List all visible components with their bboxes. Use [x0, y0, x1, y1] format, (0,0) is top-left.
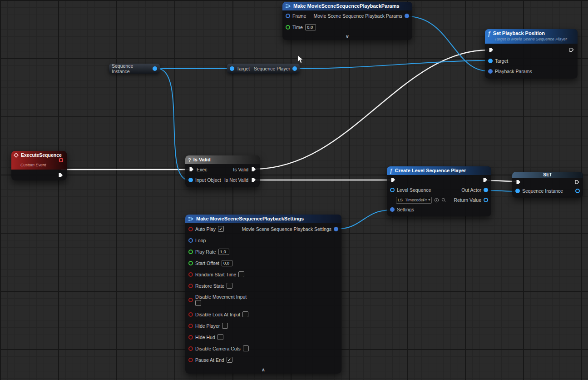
- pin-pause-at-end[interactable]: Pause At End ✓: [188, 357, 232, 363]
- pin-hide-hud[interactable]: Hide Hud: [188, 334, 223, 340]
- node-header[interactable]: ? Is Valid: [185, 155, 260, 164]
- bool-pin-icon[interactable]: [188, 346, 193, 351]
- pin-playback-params-out[interactable]: Movie Scene Sequence Playback Params: [313, 13, 409, 19]
- bool-pin-icon[interactable]: [188, 272, 193, 277]
- pin-exec-in[interactable]: Exec: [188, 166, 207, 172]
- exec-out-pin[interactable]: [482, 177, 488, 183]
- struct-pin-icon[interactable]: [405, 14, 409, 18]
- object-pin-icon[interactable]: [515, 189, 520, 193]
- expand-node-row[interactable]: ∨: [282, 33, 412, 40]
- object-pin-icon[interactable]: [292, 66, 297, 71]
- pin-play-rate[interactable]: Play Rate 1,0: [188, 249, 229, 255]
- collapse-node-row[interactable]: ∧: [185, 365, 341, 374]
- pin-out-actor[interactable]: Out Actor: [461, 187, 488, 193]
- pin-random-start-time[interactable]: Random Start Time: [188, 271, 244, 277]
- bool-pin-icon[interactable]: [188, 298, 193, 302]
- pin-sequence-player-out[interactable]: Sequence Player: [254, 66, 297, 71]
- output-delegate-pin[interactable]: [59, 158, 63, 162]
- struct-pin-icon[interactable]: [334, 227, 338, 231]
- node-header[interactable]: SET: [512, 172, 583, 178]
- pin-auto-play[interactable]: Auto Play ✓: [188, 226, 224, 232]
- bool-pin-icon[interactable]: [188, 312, 193, 317]
- pin-restore-state[interactable]: Restore State: [188, 283, 232, 289]
- random-start-time-checkbox[interactable]: [238, 271, 244, 277]
- node-make-movie-scene-sequence-playback-settings[interactable]: Make MovieSceneSequencePlaybackSettings …: [185, 215, 341, 374]
- chevron-down-icon[interactable]: ∨: [346, 34, 350, 39]
- disable-look-at-input-checkbox[interactable]: [242, 311, 248, 317]
- pin-disable-camera-cuts[interactable]: Disable Camera Cuts: [188, 345, 249, 351]
- bool-pin-icon[interactable]: [188, 358, 193, 362]
- use-selected-asset-icon[interactable]: [434, 198, 439, 203]
- pin-level-sequence[interactable]: Level Sequence: [390, 187, 431, 193]
- level-sequence-asset-picker[interactable]: LS_TimecodePr ▾: [396, 197, 446, 204]
- browse-asset-icon[interactable]: [441, 198, 446, 203]
- pin-settings[interactable]: Settings: [390, 207, 414, 212]
- node-header[interactable]: ƒ Set Playback Position Target is Movie …: [485, 29, 578, 44]
- object-pin-icon[interactable]: [488, 59, 493, 63]
- struct-pin-icon[interactable]: [286, 14, 290, 18]
- object-pin-icon[interactable]: [484, 188, 488, 192]
- exec-out-pin[interactable]: [568, 47, 574, 53]
- node-get-sequence-player[interactable]: Target Sequence Player: [227, 64, 300, 74]
- struct-pin-icon[interactable]: [390, 207, 395, 212]
- wire-data-sequence-instance-to-input-object[interactable]: [158, 69, 189, 180]
- pin-hide-player[interactable]: Hide Player: [188, 323, 228, 329]
- restore-state-checkbox[interactable]: [227, 283, 232, 289]
- object-pin-icon[interactable]: [188, 178, 193, 182]
- float-pin-icon[interactable]: [188, 261, 193, 265]
- pin-sequence-instance[interactable]: Sequence Instance: [515, 188, 563, 194]
- node-header[interactable]: ExecuteSequence Custom Event: [11, 151, 67, 170]
- pin-input-object[interactable]: Input Object: [188, 177, 221, 183]
- auto-play-checkbox[interactable]: ✓: [218, 226, 224, 232]
- pin-loop[interactable]: Loop: [188, 238, 206, 243]
- node-set-sequence-instance[interactable]: SET Sequence Instance: [512, 172, 583, 198]
- bool-pin-icon[interactable]: [188, 335, 193, 340]
- hide-player-checkbox[interactable]: [222, 323, 228, 329]
- pin-disable-look-at-input[interactable]: Disable Look At Input: [188, 311, 248, 317]
- node-make-movie-scene-sequence-playback-params[interactable]: Make MovieSceneSequencePlaybackParams Fr…: [282, 2, 412, 40]
- pin-playback-params[interactable]: Playback Params: [488, 69, 532, 74]
- node-execute-sequence-event[interactable]: ExecuteSequence Custom Event: [11, 151, 67, 180]
- node-set-playback-position[interactable]: ƒ Set Playback Position Target is Movie …: [485, 29, 578, 79]
- struct-pin-icon[interactable]: [188, 238, 193, 243]
- disable-movement-input-checkbox[interactable]: [195, 300, 201, 306]
- bool-pin-icon[interactable]: [188, 324, 193, 328]
- pin-disable-movement-input[interactable]: Disable Movement Input: [188, 294, 247, 306]
- wire-data-params-to-playback-params[interactable]: [407, 16, 488, 71]
- chevron-up-icon[interactable]: ∧: [262, 367, 266, 372]
- asset-dropdown[interactable]: LS_TimecodePr ▾: [396, 197, 432, 204]
- wire-data-sequence-player-to-target[interactable]: [295, 60, 488, 69]
- pin-settings-out[interactable]: Movie Scene Sequence Playback Settings: [242, 226, 338, 232]
- pin-target[interactable]: Target: [230, 66, 250, 71]
- bool-pin-icon[interactable]: [188, 284, 193, 288]
- object-pin-icon[interactable]: [390, 188, 395, 192]
- float-pin-icon[interactable]: [188, 250, 193, 254]
- pin-target[interactable]: Target: [488, 58, 508, 64]
- exec-out-pin[interactable]: [58, 172, 64, 178]
- node-header[interactable]: Make MovieSceneSequencePlaybackSettings: [185, 215, 341, 223]
- bool-pin-icon[interactable]: [188, 227, 193, 231]
- object-pin-icon[interactable]: [575, 189, 580, 193]
- exec-in-pin[interactable]: [390, 177, 396, 183]
- pause-at-end-checkbox[interactable]: ✓: [227, 357, 232, 363]
- node-create-level-sequence-player[interactable]: ƒ Create Level Sequence Player Level Seq…: [387, 166, 491, 216]
- play-rate-field[interactable]: 1,0: [218, 249, 229, 255]
- wire-data-settings-to-settings[interactable]: [336, 210, 391, 229]
- float-pin-icon[interactable]: [286, 25, 290, 30]
- hide-hud-checkbox[interactable]: [217, 334, 223, 340]
- object-pin-icon[interactable]: [230, 66, 234, 71]
- start-offset-field[interactable]: 0,0: [222, 260, 232, 266]
- pin-start-offset[interactable]: Start Offset 0,0: [188, 260, 232, 266]
- object-pin-icon[interactable]: [153, 66, 157, 71]
- time-value-field[interactable]: 0,0: [305, 24, 316, 30]
- blueprint-graph-canvas[interactable]: Make MovieSceneSequencePlaybackParams Fr…: [0, 0, 588, 380]
- exec-out-pin[interactable]: [574, 179, 580, 185]
- exec-in-pin[interactable]: [488, 47, 494, 53]
- pin-time[interactable]: Time 0,0: [286, 24, 316, 30]
- pin-return-value[interactable]: Return Value: [454, 197, 488, 203]
- pin-is-valid-out[interactable]: Is Valid: [233, 166, 257, 172]
- node-header[interactable]: Make MovieSceneSequencePlaybackParams: [282, 2, 412, 10]
- node-get-sequence-instance[interactable]: Sequence Instance: [109, 64, 160, 74]
- object-pin-icon[interactable]: [484, 198, 488, 202]
- disable-camera-cuts-checkbox[interactable]: [243, 345, 249, 351]
